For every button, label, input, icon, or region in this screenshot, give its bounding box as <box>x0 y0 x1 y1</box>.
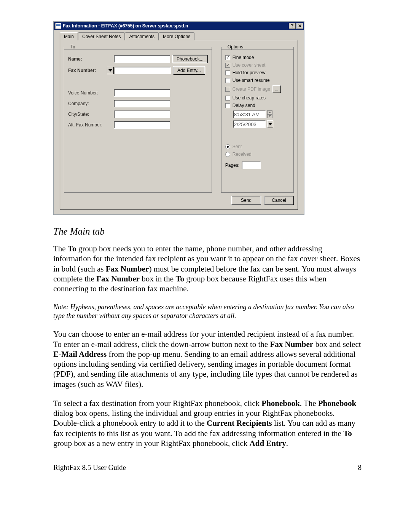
section-heading: The Main tab <box>53 226 362 237</box>
received-label: Received <box>233 152 252 157</box>
fax-information-dialog: Fax Information - EITFAX (#6755) on Serv… <box>53 21 304 215</box>
cheap-rates-label: Use cheap rates <box>233 95 266 101</box>
create-pdf-checkbox <box>225 87 230 92</box>
footer-page-number: 8 <box>358 463 362 472</box>
options-group: Options Fine mode Use cover sheet Hold f… <box>221 44 294 193</box>
note-paragraph: Note: Hyphens, parentheses, and spaces a… <box>53 303 362 320</box>
fine-mode-checkbox[interactable] <box>225 55 230 60</box>
options-legend: Options <box>226 44 245 50</box>
alt-fax-input[interactable] <box>114 121 170 129</box>
window-title: Fax Information - EITFAX (#6755) on Serv… <box>63 23 288 29</box>
to-legend: To <box>69 44 77 50</box>
tab-cover-sheet-notes[interactable]: Cover Sheet Notes <box>78 32 125 40</box>
name-input[interactable] <box>114 55 170 63</box>
use-cover-sheet-checkbox <box>225 63 230 68</box>
paragraph-2: You can choose to enter an e-mail addres… <box>53 329 362 389</box>
tab-main[interactable]: Main <box>60 32 78 40</box>
sent-label: Sent <box>233 144 242 149</box>
fine-mode-label: Fine mode <box>233 55 254 60</box>
send-button[interactable]: Send <box>231 196 261 205</box>
time-spinner <box>267 110 272 118</box>
create-pdf-options-button: ... <box>272 85 281 93</box>
smart-resume-checkbox[interactable] <box>225 78 230 83</box>
chevron-down-icon <box>267 114 272 118</box>
fax-number-input[interactable] <box>115 67 171 74</box>
close-button[interactable]: ✕ <box>296 23 303 29</box>
delay-send-label: Delay send <box>233 103 255 108</box>
page-footer: RightFax 8.5 User Guide 8 <box>53 463 362 472</box>
fax-type-dropdown[interactable] <box>107 67 114 74</box>
voice-number-label: Voice Number: <box>68 90 114 96</box>
tab-attachments[interactable]: Attachments <box>125 32 159 40</box>
delay-date-input <box>233 120 266 128</box>
sent-radio <box>225 144 230 149</box>
city-state-label: City/State: <box>68 112 114 117</box>
use-cover-sheet-label: Use cover sheet <box>233 62 266 68</box>
company-label: Company: <box>68 101 114 106</box>
help-button[interactable]: ? <box>289 23 296 29</box>
voice-number-input[interactable] <box>114 89 170 97</box>
paragraph-3: To select a fax destination from your Ri… <box>53 398 362 448</box>
footer-guide-title: RightFax 8.5 User Guide <box>53 463 126 472</box>
city-state-input[interactable] <box>114 110 170 118</box>
tab-more-options[interactable]: More Options <box>159 32 194 40</box>
name-label: Name: <box>68 56 114 62</box>
fax-number-label: Fax Number: <box>68 68 107 73</box>
received-radio <box>225 152 230 157</box>
phonebook-button[interactable]: Phonebook... <box>172 55 208 63</box>
delay-time-input <box>233 110 266 118</box>
delay-send-checkbox[interactable] <box>225 103 230 108</box>
company-input[interactable] <box>114 100 170 107</box>
cancel-button[interactable]: Cancel <box>264 196 294 205</box>
hold-preview-checkbox[interactable] <box>225 70 230 75</box>
pages-label: Pages: <box>225 163 239 168</box>
chevron-up-icon <box>267 110 272 114</box>
chevron-down-icon <box>108 69 112 72</box>
cheap-rates-checkbox[interactable] <box>225 96 230 101</box>
smart-resume-label: Use smart resume <box>233 78 270 83</box>
date-dropdown <box>267 120 273 128</box>
hold-preview-label: Hold for preview <box>233 70 266 75</box>
add-entry-button[interactable]: Add Entry... <box>173 66 205 75</box>
to-group: To Name: Phonebook... Fax Number: <box>64 44 212 193</box>
create-pdf-label: Create PDF image <box>233 86 270 92</box>
app-icon <box>55 23 61 29</box>
tabstrip: Main Cover Sheet Notes Attachments More … <box>60 32 298 40</box>
chevron-down-icon <box>268 123 272 125</box>
alt-fax-label: Alt. Fax Number: <box>68 122 114 128</box>
titlebar: Fax Information - EITFAX (#6755) on Serv… <box>54 22 304 30</box>
pages-input[interactable] <box>242 161 261 169</box>
paragraph-1: The To group box needs you to enter the … <box>53 244 362 294</box>
